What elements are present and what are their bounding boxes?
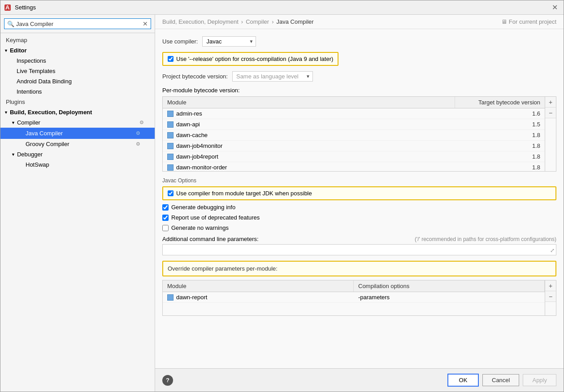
- bytecode-version-label: Project bytecode version:: [162, 73, 228, 80]
- module-jdk-option-label: Use compiler from module target JDK when…: [168, 190, 551, 197]
- no-warnings-label: Generate no warnings: [171, 224, 229, 231]
- javac-options-section: Javac Options: [162, 177, 556, 184]
- module-table: Module Target bytecode version admin-res…: [162, 96, 556, 172]
- sidebar-item-debugger[interactable]: ▼ Debugger: [0, 149, 155, 159]
- expand-icon[interactable]: ⤢: [550, 247, 555, 254]
- module-version-cell: 1.5: [455, 119, 545, 129]
- override-options-col-header: Compilation options: [354, 280, 545, 292]
- deprecated-features-checkbox[interactable]: [162, 215, 169, 221]
- module-name: dawn-monitor-order: [176, 164, 227, 171]
- breadcrumb-sep-2: ›: [272, 18, 273, 25]
- override-table-header: Module Compilation options: [163, 280, 545, 292]
- module-folder-icon: [167, 164, 174, 171]
- module-table-header: Module Target bytecode version: [163, 97, 545, 108]
- editor-label: Editor: [10, 47, 27, 54]
- sidebar-item-java-compiler[interactable]: Java Compiler ⚙: [0, 128, 155, 139]
- remove-override-button[interactable]: −: [545, 291, 556, 302]
- bytecode-version-select-wrap: Same as language level ▼: [232, 71, 313, 82]
- svg-text:A: A: [5, 4, 10, 11]
- module-version-cell: 1.8: [455, 141, 545, 151]
- release-option-checkbox[interactable]: [168, 56, 174, 62]
- help-button[interactable]: ?: [162, 375, 173, 386]
- override-table-inner: Module Compilation options dawn-report -…: [163, 280, 545, 315]
- module-folder-icon: [167, 111, 174, 117]
- override-options-cell: -parameters: [354, 292, 545, 302]
- breadcrumb-part-3: Java Compiler: [277, 18, 314, 25]
- no-warnings-row: Generate no warnings: [162, 224, 556, 231]
- java-compiler-settings-icon: ⚙: [136, 130, 140, 136]
- close-button[interactable]: ✕: [549, 2, 560, 13]
- add-override-button[interactable]: +: [545, 280, 556, 291]
- editor-collapse-icon: ▼: [4, 48, 8, 53]
- debugger-collapse-icon: ▼: [11, 152, 15, 157]
- bed-collapse-icon: ▼: [4, 110, 8, 115]
- module-jdk-checkbox[interactable]: [168, 190, 174, 196]
- release-option-box: Use '--release' option for cross-compila…: [162, 52, 338, 66]
- sidebar-item-inspections[interactable]: Inspections: [0, 56, 155, 66]
- use-compiler-row: Use compiler: Javac Eclipse Ajc ▼: [162, 36, 556, 47]
- javac-options-label: Javac Options: [162, 177, 196, 184]
- hotswap-label: HotSwap: [26, 161, 49, 168]
- additional-cmd-hint: ('/' recommended in paths for cross-plat…: [415, 236, 556, 242]
- deprecated-features-row: Report use of deprecated features: [162, 214, 556, 221]
- cancel-button[interactable]: Cancel: [482, 374, 519, 386]
- apply-button[interactable]: Apply: [523, 374, 556, 386]
- search-input[interactable]: [16, 21, 143, 27]
- settings-window: A Settings ✕ 🔍 ✕ Keymap: [0, 0, 564, 392]
- module-name-cell: admin-res: [163, 108, 455, 119]
- live-templates-label: Live Templates: [17, 68, 55, 74]
- bytecode-version-select[interactable]: Same as language level: [232, 71, 313, 82]
- additional-cmd-input[interactable]: [162, 244, 556, 255]
- sidebar-item-keymap[interactable]: Keymap: [0, 35, 155, 45]
- module-name: dawn-job4monitor: [176, 142, 222, 149]
- module-folder-icon: [167, 121, 174, 128]
- version-col-header: Target bytecode version: [455, 97, 545, 108]
- sidebar-item-live-templates[interactable]: Live Templates: [0, 66, 155, 76]
- compiler-label: Compiler: [17, 119, 40, 126]
- override-box: Override compiler parameters per-module:: [162, 261, 556, 276]
- compiler-select-wrap: Javac Eclipse Ajc ▼: [202, 36, 256, 47]
- module-name-cell: dawn-job4report: [163, 151, 455, 162]
- main-panel: Build, Execution, Deployment › Compiler …: [155, 15, 564, 392]
- module-name: dawn-api: [176, 121, 200, 128]
- debugging-info-label: Generate debugging info: [171, 204, 235, 211]
- sidebar-item-compiler[interactable]: ▼ Compiler ⚙: [0, 117, 155, 128]
- additional-cmd-input-wrap: ⤢: [162, 244, 556, 255]
- search-box: 🔍 ✕: [0, 15, 155, 33]
- sidebar-item-build-execution-deployment[interactable]: ▼ Build, Execution, Deployment: [0, 107, 155, 117]
- debugging-info-checkbox[interactable]: [162, 204, 169, 211]
- sidebar-item-hotswap[interactable]: HotSwap: [0, 159, 155, 170]
- per-module-label-row: Per-module bytecode version:: [162, 87, 556, 94]
- main-content: 🔍 ✕ Keymap ▼ Editor Inspections: [0, 15, 564, 392]
- breadcrumb-part-1: Build, Execution, Deployment: [162, 18, 239, 25]
- search-clear-icon[interactable]: ✕: [143, 20, 148, 27]
- inspections-label: Inspections: [17, 57, 46, 64]
- plugins-label: Plugins: [6, 99, 25, 105]
- per-module-label: Per-module bytecode version:: [162, 87, 240, 94]
- release-option-label: Use '--release' option for cross-compila…: [176, 56, 333, 62]
- override-table-actions: + −: [545, 280, 556, 315]
- deprecated-features-label: Report use of deprecated features: [171, 214, 260, 221]
- settings-content: Use compiler: Javac Eclipse Ajc ▼ Use '-…: [155, 29, 564, 368]
- remove-module-button[interactable]: −: [545, 108, 556, 118]
- sidebar-item-plugins[interactable]: Plugins: [0, 97, 155, 107]
- compiler-select[interactable]: Javac Eclipse Ajc: [202, 36, 256, 47]
- breadcrumb-bar: Build, Execution, Deployment › Compiler …: [155, 15, 564, 29]
- ok-button[interactable]: OK: [447, 374, 479, 387]
- search-icon: 🔍: [7, 21, 14, 27]
- module-folder-icon: [167, 132, 174, 138]
- sidebar-item-intentions[interactable]: Intentions: [0, 86, 155, 97]
- sidebar-item-android-data-binding[interactable]: Android Data Binding: [0, 76, 155, 86]
- use-compiler-label: Use compiler:: [162, 38, 198, 45]
- sidebar: 🔍 ✕ Keymap ▼ Editor Inspections: [0, 15, 155, 392]
- groovy-compiler-settings-icon: ⚙: [136, 141, 140, 147]
- add-module-button[interactable]: +: [545, 97, 556, 108]
- no-warnings-checkbox[interactable]: [162, 225, 169, 231]
- title-bar: A Settings ✕: [0, 0, 564, 15]
- module-name-cell: dawn-monitor-order: [163, 162, 455, 171]
- table-row: admin-res 1.6: [163, 108, 545, 119]
- override-module-name: dawn-report: [176, 294, 207, 301]
- sidebar-item-groovy-compiler[interactable]: Groovy Compiler ⚙: [0, 139, 155, 149]
- sidebar-item-editor[interactable]: ▼ Editor: [0, 45, 155, 56]
- override-table-body: dawn-report -parameters: [163, 292, 545, 303]
